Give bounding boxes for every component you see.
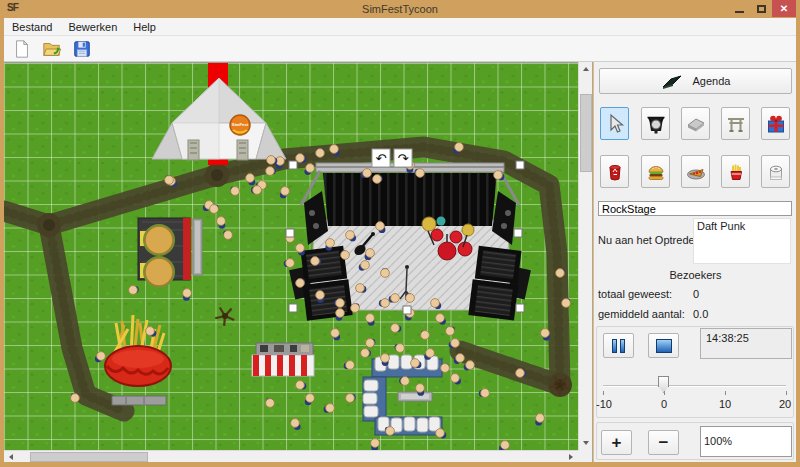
now-performing-value: Daft Punk	[697, 220, 745, 232]
minimize-icon	[735, 11, 744, 13]
selection-handle[interactable]	[516, 161, 524, 169]
tool-trash-button[interactable]	[600, 155, 629, 188]
selection-handle[interactable]	[514, 229, 522, 237]
stop-icon	[656, 339, 672, 353]
fries-icon	[725, 161, 747, 183]
tent-logo-text: SimFest	[232, 122, 249, 127]
tool-pizza-button[interactable]	[681, 155, 710, 188]
arrow-right-icon	[569, 454, 573, 460]
tool-toilet-roll-button[interactable]	[761, 155, 790, 188]
average-visitors-label: gemiddeld aantal:	[598, 308, 685, 320]
scroll-up-button[interactable]	[579, 62, 592, 76]
open-file-button[interactable]	[40, 38, 64, 60]
arrow-up-icon	[583, 67, 589, 71]
minus-icon: −	[659, 433, 669, 453]
total-visitors-label: totaal geweest:	[598, 288, 672, 300]
zoom-out-button[interactable]: −	[648, 430, 679, 455]
tool-spotlight-button[interactable]	[641, 107, 670, 140]
title-bar: SF SimFestTycoon ✕	[0, 0, 800, 18]
selection-handle[interactable]	[289, 304, 297, 312]
app-window: SF SimFestTycoon ✕ Bestand Bewerken Help	[0, 0, 800, 467]
slider-label-0: 0	[656, 398, 672, 410]
close-button[interactable]: ✕	[772, 0, 796, 17]
toolbar	[4, 36, 796, 62]
selection-handle[interactable]	[289, 161, 297, 169]
stop-button[interactable]	[648, 333, 679, 358]
save-button[interactable]	[70, 38, 94, 60]
bench[interactable]	[193, 219, 202, 275]
rotate-left-button[interactable]: ↶	[372, 149, 390, 167]
bench[interactable]	[398, 392, 432, 401]
rotate-arrow-icon: ↶	[376, 151, 387, 166]
save-icon	[72, 39, 92, 59]
total-visitors-value: 0	[693, 288, 699, 300]
pause-icon	[612, 339, 625, 353]
new-file-icon	[12, 39, 32, 59]
gate-icon	[725, 113, 747, 135]
side-panel: Agenda	[593, 62, 796, 462]
vertical-scrollbar[interactable]	[578, 62, 592, 450]
scroll-left-button[interactable]	[4, 451, 18, 462]
slider-tick	[786, 391, 787, 395]
slider-label-10: 10	[717, 398, 733, 410]
clock-display: 14:38:25	[700, 328, 792, 359]
window-title: SimFestTycoon	[0, 3, 800, 15]
rotate-right-button[interactable]: ↷	[394, 149, 412, 167]
open-file-icon	[42, 39, 62, 59]
festival-map-canvas[interactable]: SimFest	[4, 62, 578, 450]
visitors-header: Bezoekers	[594, 269, 797, 281]
tool-select-button[interactable]	[600, 107, 629, 140]
now-performing-label: Nu aan het Optreden:	[598, 234, 704, 246]
tool-burger-button[interactable]	[641, 155, 670, 188]
zoom-in-button[interactable]: +	[601, 430, 632, 455]
tool-path-button[interactable]	[681, 107, 710, 140]
stage-name-input[interactable]	[598, 201, 792, 216]
close-icon: ✕	[780, 3, 788, 14]
now-performing-box: Daft Punk	[693, 218, 791, 264]
cursor-icon	[604, 113, 626, 135]
horizontal-scrollbar[interactable]	[4, 450, 578, 462]
gift-icon	[765, 113, 787, 135]
toilet-roll-icon	[765, 161, 787, 183]
minimize-button[interactable]	[728, 0, 750, 17]
slider-label-min: -10	[595, 398, 613, 410]
zoom-level-display: 100%	[700, 426, 792, 457]
arrow-left-icon	[9, 454, 13, 460]
burger-stand[interactable]	[138, 218, 191, 288]
menu-bestand[interactable]: Bestand	[4, 21, 60, 33]
scrollbar-corner	[578, 450, 592, 462]
pause-button[interactable]	[603, 333, 634, 358]
pizza-stand[interactable]	[252, 343, 314, 376]
path-tile-icon	[685, 113, 707, 135]
burger-icon	[645, 161, 667, 183]
scroll-down-button[interactable]	[579, 436, 592, 450]
vertical-scroll-thumb[interactable]	[580, 94, 592, 172]
tool-gate-button[interactable]	[721, 107, 750, 140]
horizontal-scroll-thumb[interactable]	[30, 452, 148, 462]
slider-label-max: 20	[776, 398, 794, 410]
agenda-book-icon	[661, 72, 683, 90]
maximize-icon	[757, 5, 766, 13]
selection-handle[interactable]	[403, 306, 411, 314]
bench[interactable]	[112, 396, 166, 405]
spotlight-icon	[645, 113, 667, 135]
tool-gift-button[interactable]	[761, 107, 790, 140]
selection-handle[interactable]	[516, 304, 524, 312]
new-file-button[interactable]	[10, 38, 34, 60]
scroll-right-button[interactable]	[564, 451, 578, 462]
speed-slider-track[interactable]	[603, 385, 786, 387]
selection-handle[interactable]	[286, 229, 294, 237]
average-visitors-value: 0.0	[693, 308, 708, 320]
tool-fries-button[interactable]	[721, 155, 750, 188]
agenda-button[interactable]: Agenda	[599, 68, 792, 94]
slider-tick	[725, 391, 726, 395]
rotate-arrow-icon: ↷	[398, 151, 410, 166]
menu-bewerken[interactable]: Bewerken	[60, 21, 125, 33]
plus-icon: +	[612, 433, 622, 453]
slider-tick	[664, 391, 665, 395]
menu-bar: Bestand Bewerken Help	[4, 18, 796, 36]
menu-help[interactable]: Help	[125, 21, 164, 33]
trash-can-icon	[604, 161, 626, 183]
maximize-button[interactable]	[750, 0, 772, 17]
pizza-icon	[685, 161, 707, 183]
